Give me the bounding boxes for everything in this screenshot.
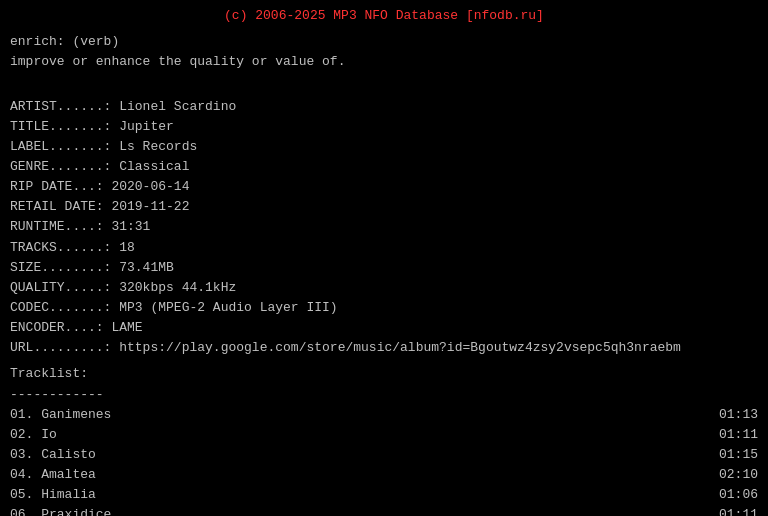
track-row: 01. Ganimenes01:13 bbox=[10, 405, 758, 425]
enrich-label: enrich: (verb) bbox=[10, 32, 758, 52]
track-row: 03. Calisto01:15 bbox=[10, 445, 758, 465]
artist-field: ARTIST......: Lionel Scardino bbox=[10, 97, 758, 117]
track-time: 01:06 bbox=[698, 485, 758, 505]
codec-field: CODEC.......: MP3 (MPEG-2 Audio Layer II… bbox=[10, 298, 758, 318]
quality-field: QUALITY.....: 320kbps 44.1kHz bbox=[10, 278, 758, 298]
tracklist-header: Tracklist: bbox=[10, 364, 758, 384]
blank-line bbox=[10, 76, 758, 96]
enrich-block: enrich: (verb) improve or enhance the qu… bbox=[10, 32, 758, 72]
track-name: 01. Ganimenes bbox=[10, 405, 698, 425]
track-row: 06. Praxidice01:11 bbox=[10, 505, 758, 516]
tracks-field: TRACKS......: 18 bbox=[10, 238, 758, 258]
track-name: 04. Amaltea bbox=[10, 465, 698, 485]
track-name: 05. Himalia bbox=[10, 485, 698, 505]
size-field: SIZE........: 73.41MB bbox=[10, 258, 758, 278]
tracks-container: 01. Ganimenes01:1302. Io01:1103. Calisto… bbox=[10, 405, 758, 516]
runtime-field: RUNTIME....: 31:31 bbox=[10, 217, 758, 237]
metadata-block: ARTIST......: Lionel Scardino TITLE.....… bbox=[10, 97, 758, 359]
track-time: 01:13 bbox=[698, 405, 758, 425]
url-field: URL.........: https://play.google.com/st… bbox=[10, 338, 758, 358]
track-time: 01:11 bbox=[698, 505, 758, 516]
title-field: TITLE.......: Jupiter bbox=[10, 117, 758, 137]
track-name: 02. Io bbox=[10, 425, 698, 445]
copyright-text: (c) 2006-2025 MP3 NFO Database [nfodb.ru… bbox=[224, 8, 544, 23]
track-row: 05. Himalia01:06 bbox=[10, 485, 758, 505]
track-time: 02:10 bbox=[698, 465, 758, 485]
track-name: 06. Praxidice bbox=[10, 505, 698, 516]
track-row: 04. Amaltea02:10 bbox=[10, 465, 758, 485]
track-name: 03. Calisto bbox=[10, 445, 698, 465]
tracklist-section: Tracklist: ------------ 01. Ganimenes01:… bbox=[10, 364, 758, 516]
rip-date-field: RIP DATE...: 2020-06-14 bbox=[10, 177, 758, 197]
track-time: 01:15 bbox=[698, 445, 758, 465]
track-time: 01:11 bbox=[698, 425, 758, 445]
genre-field: GENRE.......: Classical bbox=[10, 157, 758, 177]
header-line: (c) 2006-2025 MP3 NFO Database [nfodb.ru… bbox=[10, 6, 758, 26]
enrich-definition: improve or enhance the quality or value … bbox=[10, 52, 758, 72]
encoder-field: ENCODER....: LAME bbox=[10, 318, 758, 338]
track-row: 02. Io01:11 bbox=[10, 425, 758, 445]
tracklist-divider: ------------ bbox=[10, 385, 758, 405]
label-field: LABEL.......: Ls Records bbox=[10, 137, 758, 157]
retail-date-field: RETAIL DATE: 2019-11-22 bbox=[10, 197, 758, 217]
